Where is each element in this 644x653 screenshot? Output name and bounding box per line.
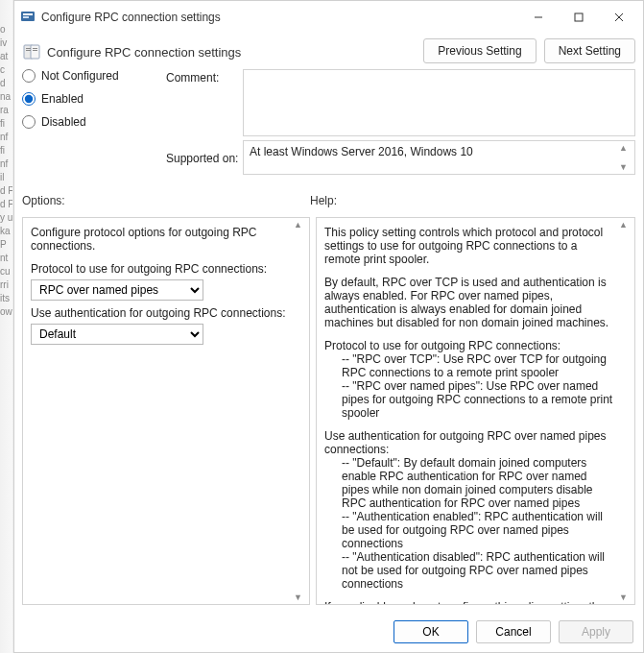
close-button[interactable] — [599, 7, 639, 28]
state-grid: Not Configured Enabled Disabled Comment:… — [14, 69, 643, 179]
disabled-label: Disabled — [41, 115, 86, 129]
not-configured-input[interactable] — [22, 69, 36, 83]
cancel-button[interactable]: Cancel — [476, 620, 551, 643]
previous-setting-button[interactable]: Previous Setting — [423, 38, 536, 63]
policy-icon — [22, 42, 41, 61]
not-configured-radio[interactable]: Not Configured — [22, 69, 166, 83]
next-setting-button[interactable]: Next Setting — [544, 38, 635, 63]
svg-rect-1 — [23, 13, 33, 15]
help-p4b: -- "Authentication enabled": RPC authent… — [324, 510, 615, 550]
help-p3a: -- "RPC over TCP": Use RPC over TCP for … — [324, 352, 615, 379]
comment-label: Comment: — [166, 69, 243, 85]
window-buttons — [518, 7, 639, 28]
help-p3: Protocol to use for outgoing RPC connect… — [324, 339, 615, 352]
enabled-label: Enabled — [41, 92, 83, 106]
comment-textarea[interactable] — [243, 69, 635, 136]
header: Configure RPC connection settings Previo… — [14, 35, 643, 69]
help-label: Help: — [310, 194, 635, 207]
scroll-indicator-icon: ▲▼ — [294, 220, 307, 602]
spin-icons: ▲▼ — [619, 143, 632, 172]
ok-button[interactable]: OK — [394, 620, 468, 643]
auth-label: Use authentication for outgoing RPC conn… — [31, 306, 290, 320]
help-p4a: -- "Default": By default domain joined c… — [324, 456, 615, 510]
svg-rect-9 — [33, 50, 37, 51]
policy-title: Configure RPC connection settings — [47, 45, 241, 60]
help-p1: This policy setting controls which proto… — [324, 226, 615, 266]
protocol-label: Protocol to use for outgoing RPC connect… — [31, 262, 290, 276]
minimize-button[interactable] — [518, 7, 559, 28]
maximize-button[interactable] — [559, 7, 599, 28]
svg-rect-2 — [23, 16, 29, 18]
supported-on-label: Supported on: — [166, 150, 243, 165]
disabled-input[interactable] — [22, 115, 36, 129]
svg-rect-7 — [26, 50, 31, 51]
pane-labels: Options: Help: — [14, 190, 643, 211]
titlebar: Configure RPC connection settings — [14, 1, 643, 35]
options-label: Options: — [22, 194, 310, 207]
not-configured-label: Not Configured — [41, 69, 119, 83]
supported-on-text: At least Windows Server 2016, Windows 10 — [250, 145, 473, 158]
options-pane: Configure protocol options for outgoing … — [22, 217, 310, 605]
footer: OK Cancel Apply — [14, 613, 643, 653]
help-p5: If you disable or do not configure this … — [324, 600, 615, 605]
apply-button[interactable]: Apply — [559, 620, 633, 643]
help-p2: By default, RPC over TCP is used and aut… — [324, 276, 615, 329]
enabled-input[interactable] — [22, 92, 36, 106]
svg-rect-5 — [31, 45, 39, 59]
protocol-select[interactable]: RPC over named pipes — [31, 279, 203, 301]
help-p4: Use authentication for outgoing RPC over… — [324, 429, 615, 456]
policy-editor-window: Configure RPC connection settings Config… — [13, 0, 644, 653]
supported-on-box: At least Windows Server 2016, Windows 10… — [243, 140, 635, 175]
svg-rect-3 — [575, 13, 583, 21]
help-pane: This policy setting controls which proto… — [316, 217, 635, 605]
app-icon — [20, 10, 36, 25]
auth-select[interactable]: Default — [31, 324, 203, 345]
state-radios: Not Configured Enabled Disabled — [22, 69, 166, 129]
enabled-radio[interactable]: Enabled — [22, 92, 166, 106]
panes: Configure protocol options for outgoing … — [14, 211, 643, 613]
help-p3b: -- "RPC over named pipes": Use RPC over … — [324, 379, 615, 420]
svg-rect-8 — [33, 48, 37, 49]
disabled-radio[interactable]: Disabled — [22, 115, 166, 129]
help-p4c: -- "Authentication disabled": RPC authen… — [324, 550, 615, 591]
svg-rect-6 — [26, 48, 31, 49]
window-title: Configure RPC connection settings — [41, 11, 518, 24]
clipped-tree: oivatcdna rafinffinfil d Pd Py ukaPnt cu… — [0, 0, 13, 653]
options-intro: Configure protocol options for outgoing … — [31, 226, 290, 253]
scroll-indicator-icon: ▲▼ — [619, 220, 632, 602]
